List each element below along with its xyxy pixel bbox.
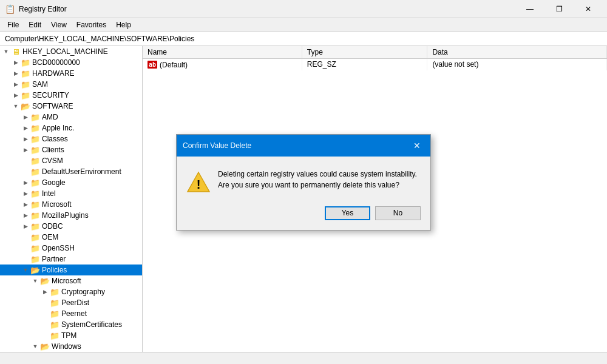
warning-icon: ! <box>186 170 211 194</box>
dialog-body: ! Deleting certain registry values could… <box>177 157 430 206</box>
svg-text:!: ! <box>197 178 201 191</box>
dialog-title: Confirm Value Delete <box>183 141 251 150</box>
dialog-buttons: Yes No <box>177 206 430 230</box>
dialog-message: Deleting certain registry values could c… <box>218 169 421 190</box>
dialog-title-bar: Confirm Value Delete ✕ <box>177 135 430 157</box>
dialog-no-button[interactable]: No <box>375 206 421 220</box>
dialog-overlay: Confirm Value Delete ✕ ! Deleting certai… <box>0 0 607 364</box>
dialog-close-button[interactable]: ✕ <box>410 138 424 153</box>
confirm-dialog: Confirm Value Delete ✕ ! Deleting certai… <box>176 134 431 231</box>
dialog-yes-button[interactable]: Yes <box>325 206 370 220</box>
